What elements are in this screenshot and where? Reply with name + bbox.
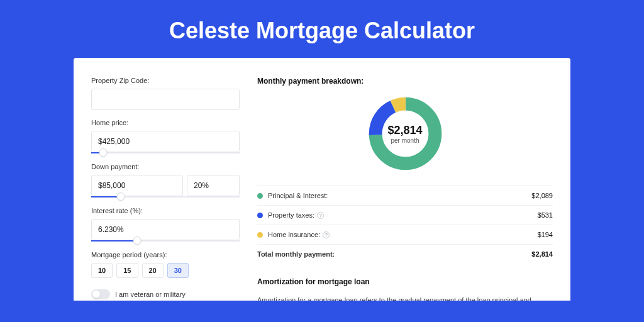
period-chip-10[interactable]: 10 [91, 263, 113, 278]
veteran-toggle[interactable] [91, 289, 110, 299]
down-pct-input[interactable] [187, 175, 240, 196]
donut-chart: $2,814 per month [366, 94, 445, 173]
donut-wrap: $2,814 per month [257, 94, 553, 173]
veteran-row: I am veteran or military [91, 289, 240, 299]
inputs-column: Property Zip Code: Home price: Down paym… [91, 77, 240, 301]
results-column: Monthly payment breakdown: $2,814 per mo… [257, 77, 553, 301]
price-input[interactable] [91, 131, 240, 152]
dot-insurance [257, 232, 263, 238]
dot-taxes [257, 213, 263, 218]
page-title: Celeste Mortgage Calculator [0, 0, 644, 58]
zip-field: Property Zip Code: [91, 77, 240, 110]
down-label: Down payment: [91, 163, 240, 170]
legend-total-label: Total monthly payment: [257, 250, 335, 258]
calculator-card: Property Zip Code: Home price: Down paym… [74, 58, 570, 301]
down-field: Down payment: [91, 163, 240, 198]
price-slider[interactable] [91, 152, 240, 154]
amort-body: Amortization for a mortgage loan refers … [257, 295, 553, 301]
down-slider-thumb[interactable] [117, 192, 125, 201]
zip-input[interactable] [91, 89, 240, 110]
period-chips: 10 15 20 30 [91, 263, 240, 278]
legend-row-total: Total monthly payment: $2,814 [257, 245, 553, 264]
legend-label: Principal & Interest: [268, 192, 328, 199]
rate-input[interactable] [91, 219, 240, 240]
down-slider[interactable] [91, 196, 240, 198]
amort-heading: Amortization for mortgage loan [257, 277, 553, 286]
donut-amount: $2,814 [387, 124, 422, 137]
period-chip-30[interactable]: 30 [167, 263, 189, 278]
info-icon[interactable]: ? [317, 212, 324, 219]
rate-label: Interest rate (%): [91, 207, 240, 214]
period-chip-20[interactable]: 20 [142, 263, 164, 278]
legend-total-value: $2,814 [531, 250, 553, 258]
donut-center: $2,814 per month [366, 94, 445, 173]
down-amount-input[interactable] [91, 175, 183, 196]
price-label: Home price: [91, 119, 240, 126]
legend: Principal & Interest: $2,089 Property ta… [257, 186, 553, 264]
legend-row-taxes: Property taxes: ? $531 [257, 206, 553, 225]
period-chip-15[interactable]: 15 [116, 263, 138, 278]
period-field: Mortgage period (years): 10 15 20 30 [91, 251, 240, 278]
legend-value: $194 [538, 231, 553, 238]
info-icon[interactable]: ? [323, 231, 330, 238]
breakdown-heading: Monthly payment breakdown: [257, 77, 553, 86]
price-slider-thumb[interactable] [99, 148, 107, 157]
legend-value: $531 [538, 211, 553, 219]
legend-label: Home insurance: [268, 231, 320, 238]
donut-sub: per month [391, 137, 419, 144]
period-label: Mortgage period (years): [91, 251, 240, 258]
rate-slider-thumb[interactable] [133, 236, 142, 245]
zip-label: Property Zip Code: [91, 77, 240, 84]
rate-slider[interactable] [91, 240, 240, 242]
dot-principal [257, 193, 263, 199]
rate-field: Interest rate (%): [91, 207, 240, 242]
legend-label: Property taxes: [268, 211, 314, 219]
legend-value: $2,089 [531, 192, 553, 199]
legend-row-insurance: Home insurance: ? $194 [257, 225, 553, 245]
amortization-section: Amortization for mortgage loan Amortizat… [257, 277, 553, 301]
veteran-label: I am veteran or military [115, 291, 186, 298]
legend-row-principal: Principal & Interest: $2,089 [257, 186, 553, 206]
price-field: Home price: [91, 119, 240, 154]
